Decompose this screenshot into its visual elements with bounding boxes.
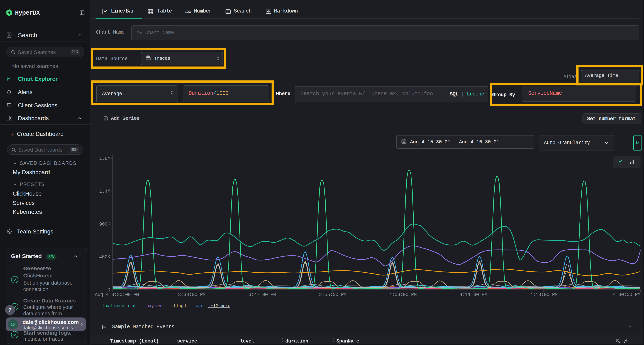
svg-text:0: 0	[108, 287, 110, 293]
svg-text:Aug 4 3:30:00 PM: Aug 4 3:30:00 PM	[95, 292, 139, 298]
svg-text:4:19:00 PM: 4:19:00 PM	[530, 292, 558, 298]
svg-text:450K: 450K	[99, 254, 110, 260]
svg-text:3:47:00 PM: 3:47:00 PM	[248, 292, 276, 298]
svg-text:3:55:00 PM: 3:55:00 PM	[319, 292, 346, 298]
svg-text:3:39:00 PM: 3:39:00 PM	[178, 292, 206, 298]
svg-text:1.4M: 1.4M	[99, 189, 110, 194]
svg-text:4:03:00 PM: 4:03:00 PM	[389, 292, 417, 298]
svg-text:4:11:00 PM: 4:11:00 PM	[460, 292, 487, 298]
svg-text:1.8M: 1.8M	[99, 156, 110, 161]
svg-text:900K: 900K	[99, 222, 110, 227]
svg-text:4:30:00 PM: 4:30:00 PM	[613, 292, 640, 298]
